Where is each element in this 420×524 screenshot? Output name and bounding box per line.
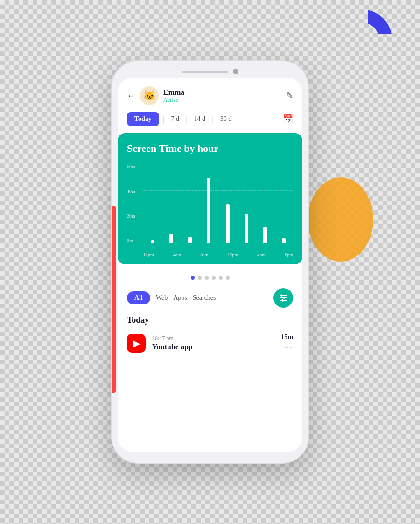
tab-separator-1: | bbox=[163, 114, 165, 124]
dot-6[interactable] bbox=[226, 276, 230, 280]
sliders-icon bbox=[279, 293, 288, 303]
period-tabs: Today | 7 d | 14 d | 30 d 📅 bbox=[118, 110, 302, 133]
x-label-8pm: 8pm bbox=[285, 252, 293, 257]
y-label-40m: 40m bbox=[127, 189, 135, 194]
tab-separator-2: | bbox=[186, 114, 188, 124]
x-axis: 12pm 4am 8am 12pm 4pm 8pm bbox=[143, 252, 293, 257]
filter-tabs: All Web Apps Searches bbox=[118, 284, 302, 312]
bar-13 bbox=[169, 234, 173, 243]
left-accent-bar bbox=[112, 206, 116, 393]
header-left: ← 🐱 Emma Active bbox=[127, 86, 184, 105]
phone-screen: ← 🐱 Emma Active ✎ Today | 7 d | 14 d | 3… bbox=[118, 78, 302, 452]
youtube-icon: ▶ bbox=[127, 334, 146, 353]
activity-app-name: Youtube app bbox=[152, 343, 274, 351]
tab-14d[interactable]: 14 d bbox=[191, 115, 209, 123]
youtube-play-icon: ▶ bbox=[133, 338, 140, 349]
phone-mockup: ← 🐱 Emma Active ✎ Today | 7 d | 14 d | 3… bbox=[112, 61, 308, 463]
x-label-4pm: 4pm bbox=[257, 252, 266, 257]
y-label-0m: 0m bbox=[127, 238, 135, 243]
x-label-8am: 8am bbox=[200, 252, 208, 257]
y-label-60m: 60m bbox=[127, 164, 135, 169]
status-badge: Active bbox=[163, 97, 184, 104]
filter-searches[interactable]: Searches bbox=[193, 294, 216, 302]
activity-item: ▶ 16:47 pm Youtube app 15m ··· bbox=[118, 329, 302, 357]
edit-icon[interactable]: ✎ bbox=[286, 91, 293, 101]
activity-duration: 15m bbox=[281, 333, 293, 341]
bar-14 bbox=[188, 237, 192, 243]
tab-today[interactable]: Today bbox=[127, 112, 159, 126]
dot-1[interactable] bbox=[191, 276, 195, 280]
tab-7d[interactable]: 7 d bbox=[168, 115, 182, 123]
tab-separator-3: | bbox=[212, 114, 214, 124]
bar-18 bbox=[263, 227, 267, 243]
y-label-20m: 20m bbox=[127, 213, 135, 219]
y-axis: 0m 20m 40m 60m bbox=[127, 164, 139, 243]
back-button[interactable]: ← bbox=[127, 91, 135, 101]
avatar: 🐱 bbox=[140, 86, 159, 105]
phone-notch bbox=[112, 61, 308, 78]
section-title-today: Today bbox=[118, 312, 302, 329]
blue-arc-decoration bbox=[331, 9, 392, 70]
dot-4[interactable] bbox=[212, 276, 216, 280]
screen-time-chart-card: Screen Time by hour 0m 20m 40m 60m bbox=[118, 133, 302, 264]
notch-bar bbox=[182, 71, 228, 73]
filter-all-button[interactable]: All bbox=[127, 291, 150, 304]
x-label-12pm-mid: 12pm bbox=[227, 252, 238, 257]
bar-15 bbox=[207, 178, 210, 243]
user-info: Emma Active bbox=[163, 88, 184, 104]
bar-16 bbox=[226, 204, 230, 243]
camera-icon bbox=[233, 69, 238, 74]
calendar-icon[interactable]: 📅 bbox=[283, 114, 293, 124]
filter-settings-button[interactable] bbox=[273, 288, 293, 308]
bar-12 bbox=[151, 240, 154, 243]
activity-timestamp: 16:47 pm bbox=[152, 335, 274, 342]
activity-right: 15m ··· bbox=[281, 333, 293, 353]
yellow-circle-decoration bbox=[308, 177, 373, 262]
more-options-icon[interactable]: ··· bbox=[284, 343, 294, 353]
filter-apps[interactable]: Apps bbox=[173, 294, 187, 302]
carousel-dots bbox=[118, 271, 302, 284]
x-label-4am: 4am bbox=[173, 252, 181, 257]
activity-info: 16:47 pm Youtube app bbox=[152, 335, 274, 351]
bar-17 bbox=[245, 214, 248, 243]
x-label-12pm-start: 12pm bbox=[143, 252, 154, 257]
dot-2[interactable] bbox=[198, 276, 202, 280]
filter-web[interactable]: Web bbox=[156, 294, 168, 302]
bars-container bbox=[143, 164, 293, 243]
chart-area: 0m 20m 40m 60m 12pm bbox=[127, 164, 293, 257]
username: Emma bbox=[163, 88, 184, 97]
chart-title: Screen Time by hour bbox=[127, 142, 293, 155]
app-header: ← 🐱 Emma Active ✎ bbox=[118, 78, 302, 110]
dot-3[interactable] bbox=[205, 276, 209, 280]
dot-5[interactable] bbox=[219, 276, 223, 280]
bar-19 bbox=[282, 238, 286, 243]
tab-30d[interactable]: 30 d bbox=[217, 115, 235, 123]
